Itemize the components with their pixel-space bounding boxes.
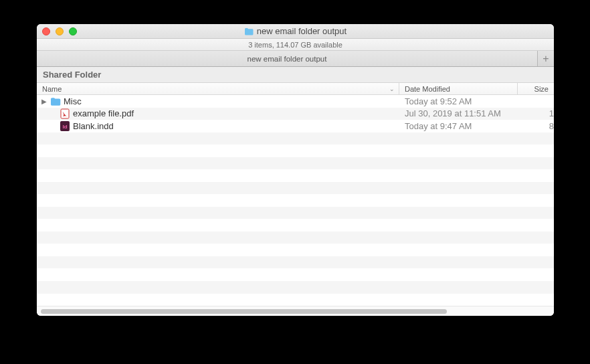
file-list: ▶ Misc Today at 9:52 AM example file.pdf… <box>37 95 554 306</box>
tab-current[interactable]: new email folder output <box>37 51 538 66</box>
zoom-button[interactable] <box>69 27 77 35</box>
traffic-lights <box>42 27 77 35</box>
item-name: Misc <box>64 96 82 106</box>
empty-row <box>37 268 554 281</box>
close-button[interactable] <box>42 27 50 35</box>
indesign-icon: Id <box>60 120 70 131</box>
disclosure-triangle-icon[interactable]: ▶ <box>41 98 47 105</box>
svg-text:Id: Id <box>62 124 67 130</box>
minimize-button[interactable] <box>56 27 64 35</box>
list-item[interactable]: Id Blank.indd Today at 9:47 AM 8 <box>37 120 554 132</box>
empty-row <box>37 256 554 269</box>
folder-icon <box>50 96 61 106</box>
empty-row <box>37 182 554 195</box>
horizontal-scrollbar[interactable] <box>37 306 554 316</box>
item-date: Jul 30, 2019 at 11:51 AM <box>399 108 518 118</box>
item-date: Today at 9:47 AM <box>399 121 518 131</box>
banner-text: Shared Folder <box>43 70 101 80</box>
empty-row <box>37 232 554 244</box>
list-item[interactable]: ▶ Misc Today at 9:52 AM <box>37 95 554 108</box>
sort-indicator-icon: ⌄ <box>389 86 395 92</box>
item-size: 1 <box>518 108 554 118</box>
tab-bar: new email folder output + <box>37 51 554 67</box>
empty-row <box>37 294 554 306</box>
empty-row <box>37 219 554 232</box>
column-size[interactable]: Size <box>518 83 554 94</box>
tab-label: new email folder output <box>248 55 327 63</box>
empty-row <box>37 145 554 157</box>
empty-row <box>37 132 554 145</box>
empty-row <box>37 207 554 219</box>
item-size: 8 <box>518 121 554 131</box>
empty-row <box>37 281 554 294</box>
column-date-modified[interactable]: Date Modified <box>399 83 518 94</box>
folder-icon <box>244 27 254 35</box>
item-name: example file.pdf <box>73 108 134 118</box>
empty-row <box>37 157 554 170</box>
new-tab-button[interactable]: + <box>538 51 554 66</box>
pdf-icon <box>60 108 70 119</box>
empty-row <box>37 244 554 256</box>
window-title: new email folder output <box>37 26 554 36</box>
plus-icon: + <box>543 53 549 65</box>
item-name: Blank.indd <box>73 121 114 131</box>
shared-folder-banner: Shared Folder <box>37 67 554 83</box>
scrollbar-thumb[interactable] <box>41 309 447 314</box>
finder-window: new email folder output 3 items, 114.07 … <box>37 24 554 316</box>
titlebar[interactable]: new email folder output <box>37 24 554 39</box>
item-date: Today at 9:52 AM <box>399 96 518 106</box>
list-item[interactable]: example file.pdf Jul 30, 2019 at 11:51 A… <box>37 108 554 120</box>
empty-row <box>37 169 554 182</box>
empty-row <box>37 194 554 207</box>
window-title-text: new email folder output <box>257 26 347 36</box>
svg-rect-0 <box>61 109 69 118</box>
column-name[interactable]: Name ⌄ <box>37 83 399 94</box>
column-headers: Name ⌄ Date Modified Size <box>37 83 554 95</box>
status-text: 3 items, 114.07 GB available <box>248 41 342 49</box>
status-bar: 3 items, 114.07 GB available <box>37 39 554 51</box>
